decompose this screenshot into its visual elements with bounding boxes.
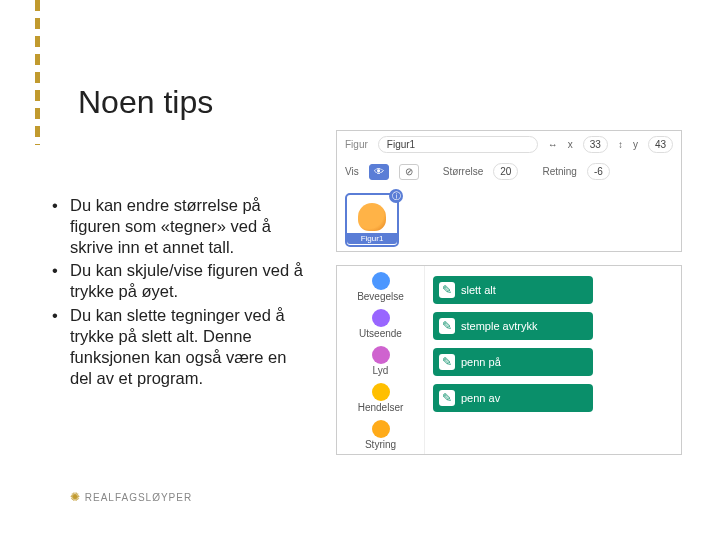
cat-sprite-icon	[358, 203, 386, 231]
category-dot-icon	[372, 420, 390, 438]
category-sound[interactable]: Lyd	[341, 346, 420, 376]
block-label: stemple avtrykk	[461, 320, 537, 332]
gear-icon: ✺	[70, 490, 81, 504]
category-label: Styring	[365, 439, 396, 450]
block-pen-up[interactable]: ✎ penn av	[433, 384, 593, 412]
slide-accent-bar	[35, 0, 40, 145]
x-value-input[interactable]: 33	[583, 136, 608, 153]
block-pen-down[interactable]: ✎ penn på	[433, 348, 593, 376]
footer-logo: ✺ REALFAGSLØYPER	[70, 490, 192, 504]
category-list: Bevegelse Utseende Lyd Hendelser Styring	[337, 266, 425, 454]
category-label: Hendelser	[358, 402, 404, 413]
block-label: penn på	[461, 356, 501, 368]
category-label: Lyd	[373, 365, 389, 376]
tip-item: Du kan skjule/vise figuren ved å trykke …	[50, 260, 310, 302]
sprite-thumbnail[interactable]: ⓘ Figur1	[345, 193, 399, 247]
pen-icon: ✎	[439, 390, 455, 406]
show-button[interactable]: 👁	[369, 164, 389, 180]
category-control[interactable]: Styring	[341, 420, 420, 450]
category-looks[interactable]: Utseende	[341, 309, 420, 339]
category-motion[interactable]: Bevegelse	[341, 272, 420, 302]
sprite-info-panel: Figur Figur1 ↔ x 33 ↕ y 43 Vis 👁 ⊘ Størr…	[336, 130, 682, 252]
y-arrow-icon: ↕	[618, 139, 623, 150]
category-dot-icon	[372, 346, 390, 364]
block-label: penn av	[461, 392, 500, 404]
slide-title: Noen tips	[78, 84, 213, 121]
category-dot-icon	[372, 309, 390, 327]
direction-input[interactable]: -6	[587, 163, 610, 180]
sprite-info-icon: ⓘ	[389, 189, 403, 203]
block-label: slett alt	[461, 284, 496, 296]
visibility-label: Vis	[345, 166, 359, 177]
x-arrow-icon: ↔	[548, 139, 558, 150]
block-erase-all[interactable]: ✎ slett alt	[433, 276, 593, 304]
logo-text: REALFAGSLØYPER	[85, 492, 192, 503]
category-label: Bevegelse	[357, 291, 404, 302]
x-label: x	[568, 139, 573, 150]
pen-icon: ✎	[439, 318, 455, 334]
tip-item: Du kan slette tegninger ved å trykke på …	[50, 305, 310, 389]
direction-label: Retning	[542, 166, 576, 177]
hide-button[interactable]: ⊘	[399, 164, 419, 180]
category-label: Utseende	[359, 328, 402, 339]
block-palette-panel: Bevegelse Utseende Lyd Hendelser Styring…	[336, 265, 682, 455]
pen-block-list: ✎ slett alt ✎ stemple avtrykk ✎ penn på …	[425, 266, 681, 454]
category-dot-icon	[372, 383, 390, 401]
pen-icon: ✎	[439, 282, 455, 298]
y-value-input[interactable]: 43	[648, 136, 673, 153]
pen-icon: ✎	[439, 354, 455, 370]
block-stamp[interactable]: ✎ stemple avtrykk	[433, 312, 593, 340]
sprite-name-label: Figur	[345, 139, 368, 150]
category-events[interactable]: Hendelser	[341, 383, 420, 413]
size-input[interactable]: 20	[493, 163, 518, 180]
sprite-thumb-label: Figur1	[347, 233, 397, 244]
tip-item: Du kan endre størrelse på figuren som «t…	[50, 195, 310, 258]
y-label: y	[633, 139, 638, 150]
size-label: Størrelse	[443, 166, 484, 177]
tips-list: Du kan endre størrelse på figuren som «t…	[50, 195, 310, 391]
category-dot-icon	[372, 272, 390, 290]
sprite-name-input[interactable]: Figur1	[378, 136, 538, 153]
